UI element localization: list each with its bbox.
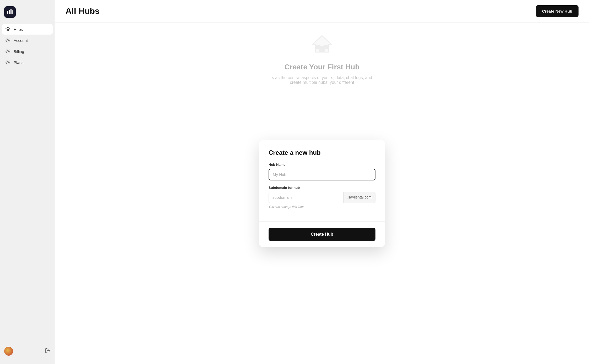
- hub-name-input[interactable]: [269, 169, 375, 180]
- app-logo: [4, 6, 16, 18]
- page-title: All Hubs: [66, 6, 100, 16]
- svg-rect-0: [7, 11, 8, 14]
- sidebar-item-hubs[interactable]: Hubs: [2, 24, 53, 35]
- sidebar-item-billing[interactable]: Billing: [2, 46, 53, 57]
- subdomain-field-group: .saylientai.com: [269, 192, 375, 203]
- hub-name-group: Hub Name: [269, 163, 375, 180]
- sidebar-item-label: Hubs: [14, 27, 23, 32]
- main-header: All Hubs Create New Hub: [55, 0, 589, 23]
- main-body: Create Your First Hub s as the central a…: [55, 23, 589, 364]
- sidebar-item-label: Account: [14, 38, 28, 43]
- sidebar-item-label: Billing: [14, 49, 24, 54]
- settings-icon: [5, 38, 10, 43]
- svg-rect-2: [10, 9, 12, 14]
- logo-icon: [7, 9, 13, 16]
- billing-icon: [5, 49, 10, 54]
- hub-name-label: Hub Name: [269, 163, 375, 167]
- create-hub-submit-button[interactable]: Create Hub: [269, 228, 375, 241]
- sidebar-footer: [0, 343, 55, 360]
- subdomain-hint: You can change this later: [269, 205, 375, 209]
- modal-bottom: Create Hub: [259, 222, 385, 247]
- subdomain-suffix: .saylientai.com: [343, 192, 375, 203]
- sidebar-item-plans[interactable]: Plans: [2, 57, 53, 68]
- modal-overlay: Create a new hub Hub Name Subdomain for …: [55, 23, 589, 364]
- svg-point-7: [7, 62, 9, 63]
- subdomain-group: Subdomain for hub .saylientai.com You ca…: [269, 186, 375, 209]
- sidebar: Hubs Account Billing: [0, 0, 55, 364]
- svg-point-5: [7, 40, 9, 41]
- subdomain-input[interactable]: [269, 192, 343, 203]
- layers-icon: [5, 27, 10, 32]
- svg-marker-4: [6, 27, 10, 30]
- sidebar-item-account[interactable]: Account: [2, 35, 53, 46]
- main-content: All Hubs Create New Hub Create Your Firs…: [55, 0, 589, 364]
- avatar[interactable]: [4, 347, 13, 356]
- svg-point-6: [7, 51, 9, 52]
- sidebar-item-label: Plans: [14, 60, 24, 65]
- modal-title: Create a new hub: [269, 149, 375, 156]
- subdomain-label: Subdomain for hub: [269, 186, 375, 190]
- create-hub-modal: Create a new hub Hub Name Subdomain for …: [259, 140, 385, 247]
- create-new-hub-button[interactable]: Create New Hub: [536, 5, 579, 17]
- logout-icon[interactable]: [45, 348, 51, 355]
- sidebar-nav: Hubs Account Billing: [0, 24, 55, 343]
- modal-top: Create a new hub Hub Name Subdomain for …: [259, 140, 385, 222]
- svg-rect-1: [9, 10, 10, 14]
- svg-rect-3: [12, 10, 13, 14]
- plans-icon: [5, 60, 10, 65]
